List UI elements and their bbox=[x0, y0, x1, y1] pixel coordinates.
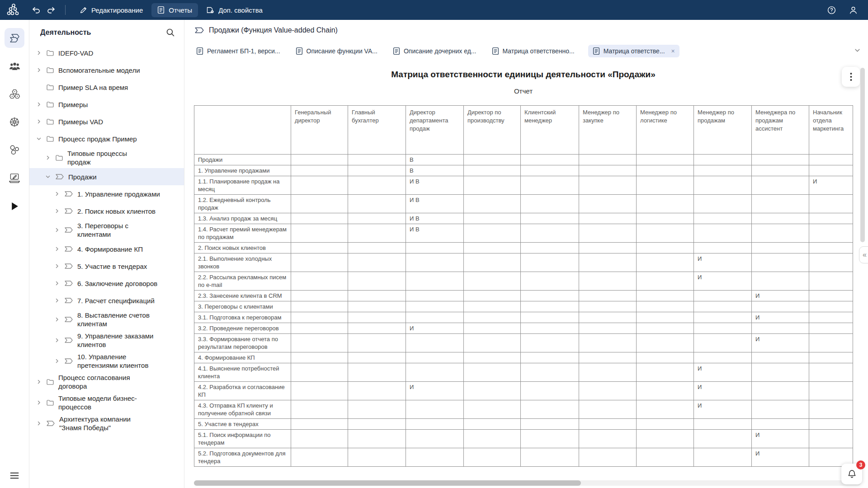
matrix-cell bbox=[809, 291, 853, 301]
report-tab-2[interactable]: Описание функции VA... bbox=[294, 45, 379, 57]
matrix-cell bbox=[579, 382, 637, 400]
search-button[interactable] bbox=[166, 28, 175, 37]
matrix-cell bbox=[579, 400, 637, 419]
tree-item[interactable]: 10. Управление претензиями клиентов bbox=[29, 351, 184, 371]
tree-item[interactable]: Процесс продаж Пример bbox=[29, 130, 184, 147]
table-row: 2.3. Занесение клиента в CRMИ bbox=[194, 291, 853, 301]
tree-item-label: Продажи bbox=[68, 173, 97, 181]
chevron-down-icon[interactable] bbox=[36, 136, 42, 142]
rail-item-processes[interactable] bbox=[5, 28, 24, 48]
tree-item[interactable]: 4. Формирование КП bbox=[29, 240, 184, 258]
redo-button[interactable] bbox=[43, 2, 59, 18]
chevron-right-icon bbox=[36, 84, 42, 90]
tree-item[interactable]: 8. Выставление счетов клиентам bbox=[29, 309, 184, 330]
chevron-right-icon[interactable] bbox=[54, 227, 60, 233]
chevron-right-icon[interactable] bbox=[54, 280, 60, 286]
tree-item[interactable]: 7. Расчет спецификаций bbox=[29, 292, 184, 309]
tree-item[interactable]: Типовые модели бизнес-процессов bbox=[29, 392, 184, 413]
nav-reports-button[interactable]: Отчеты bbox=[151, 3, 198, 17]
rail-item-org-structure[interactable] bbox=[5, 56, 24, 76]
tree-item[interactable]: Примеры bbox=[29, 96, 184, 113]
tree-item[interactable]: Продажи bbox=[29, 168, 184, 185]
table-row: 2.1. Выполнение холодных звонковИ bbox=[194, 253, 853, 272]
rail-item-roles[interactable] bbox=[5, 140, 24, 160]
chevron-right-icon[interactable] bbox=[54, 337, 60, 343]
close-icon[interactable]: × bbox=[671, 47, 675, 55]
tree-item[interactable]: 9. Управление заказами клиентов bbox=[29, 330, 184, 351]
matrix-cell bbox=[752, 352, 809, 363]
chevron-right-icon[interactable] bbox=[54, 263, 60, 269]
report-tab-3[interactable]: Описание дочерних ед... bbox=[391, 45, 478, 57]
table-row: 4.1. Выяснение потребностей клиентаИ bbox=[194, 363, 853, 382]
vertical-scrollbar[interactable] bbox=[860, 68, 865, 242]
chevron-right-icon[interactable] bbox=[36, 379, 42, 385]
matrix-cell bbox=[694, 165, 752, 176]
matrix-cell: И bbox=[694, 400, 752, 419]
document-icon bbox=[196, 47, 203, 55]
chevron-right-icon[interactable] bbox=[36, 420, 42, 427]
tree-list: IDEF0-VADВспомогательные моделиПример SL… bbox=[29, 42, 184, 434]
row-label-cell: 1. Управление продажами bbox=[194, 165, 291, 176]
matrix-cell bbox=[464, 323, 521, 334]
row-label-cell: 5. Участие в тендерах bbox=[194, 419, 291, 430]
matrix-cell bbox=[579, 334, 637, 352]
notifications-button[interactable]: 3 bbox=[841, 464, 862, 484]
chevron-right-icon[interactable] bbox=[36, 101, 42, 108]
undo-button[interactable] bbox=[28, 2, 43, 18]
rail-item-management[interactable] bbox=[5, 112, 24, 132]
report-menu-button[interactable] bbox=[842, 67, 860, 87]
tree-item[interactable]: 1. Управление продажами bbox=[29, 185, 184, 202]
horizontal-scrollbar-track[interactable] bbox=[194, 480, 861, 486]
chevron-right-icon[interactable] bbox=[36, 67, 42, 73]
matrix-cell bbox=[348, 334, 406, 352]
chevron-right-icon[interactable] bbox=[54, 358, 60, 364]
chevron-down-icon[interactable] bbox=[45, 174, 51, 180]
user-button[interactable] bbox=[845, 2, 861, 18]
tree-item[interactable]: 3. Переговоры с клиентами bbox=[29, 220, 184, 240]
tree-item[interactable]: Пример SLA на время bbox=[29, 79, 184, 96]
matrix-cell bbox=[348, 382, 406, 400]
tree-item[interactable]: IDEF0-VAD bbox=[29, 44, 184, 61]
nav-properties-button[interactable]: Доп. свойства bbox=[201, 3, 269, 17]
help-button[interactable] bbox=[824, 2, 839, 18]
tabs-overflow-button[interactable] bbox=[854, 47, 861, 55]
rail-item-run[interactable] bbox=[5, 196, 24, 216]
chevron-right-icon[interactable] bbox=[45, 155, 51, 161]
row-label-cell: 2.1. Выполнение холодных звонков bbox=[194, 253, 291, 272]
app-logo[interactable] bbox=[6, 3, 21, 17]
chevron-right-icon[interactable] bbox=[54, 191, 60, 197]
tree-item[interactable]: Примеры VAD bbox=[29, 113, 184, 130]
matrix-cell bbox=[291, 291, 348, 301]
chevron-right-icon[interactable] bbox=[36, 399, 42, 406]
tree-item[interactable]: Вспомогательные модели bbox=[29, 61, 184, 79]
matrix-cell bbox=[291, 430, 348, 448]
tree-item[interactable]: Процесс согласования договора bbox=[29, 371, 184, 392]
chevron-right-icon[interactable] bbox=[54, 246, 60, 252]
chevron-right-icon[interactable] bbox=[54, 208, 60, 214]
collapse-panel-button[interactable]: « bbox=[859, 246, 868, 263]
nav-editing-button[interactable]: Редактирование bbox=[74, 3, 149, 17]
chevron-right-icon[interactable] bbox=[54, 297, 60, 304]
report-tab-4[interactable]: Матрица ответственно... bbox=[490, 45, 576, 57]
chevron-right-icon[interactable] bbox=[36, 118, 42, 125]
matrix-table: Генеральный директорГлавный бухгалтерДир… bbox=[194, 105, 853, 467]
matrix-cell: И bbox=[752, 448, 809, 467]
tree-item-label: 9. Управление заказами клиентов bbox=[77, 332, 161, 349]
chevron-right-icon[interactable] bbox=[36, 50, 42, 56]
report-tab-5[interactable]: Матрица ответстве...× bbox=[588, 45, 679, 57]
report-tab-1[interactable]: Регламент БП-1, верси... bbox=[194, 45, 282, 57]
tree-item[interactable]: 6. Заключение договоров bbox=[29, 275, 184, 292]
chevron-right-icon[interactable] bbox=[54, 316, 60, 323]
tree-item[interactable]: Архитектура компании "Знамя Победы" bbox=[29, 413, 184, 434]
menu-toggle-button[interactable] bbox=[10, 472, 19, 481]
matrix-cell bbox=[348, 176, 406, 195]
rail-item-objects[interactable] bbox=[5, 84, 24, 104]
tree-item[interactable]: 5. Участие в тендерах bbox=[29, 258, 184, 275]
report-icon bbox=[157, 6, 165, 14]
tree-item[interactable]: Типовые процессы продаж bbox=[29, 147, 184, 168]
matrix-cell bbox=[752, 195, 809, 213]
matrix-cell: И bbox=[809, 176, 853, 195]
horizontal-scrollbar-thumb[interactable] bbox=[194, 480, 581, 486]
tree-item[interactable]: 2. Поиск новых клиентов bbox=[29, 202, 184, 220]
rail-item-projects[interactable] bbox=[5, 168, 24, 188]
